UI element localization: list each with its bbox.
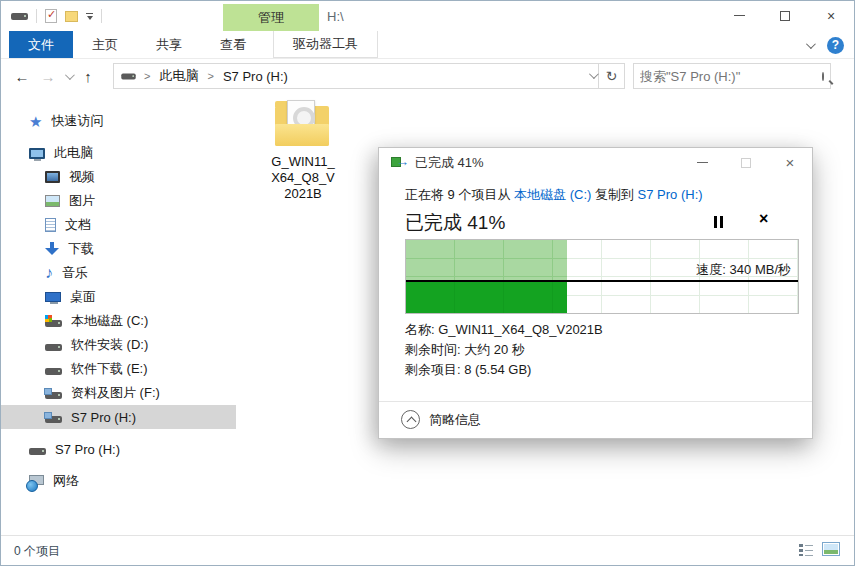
address-bar[interactable]: > 此电脑 > S7 Pro (H:) — [113, 63, 599, 89]
sidebar-item-documents[interactable]: 文档 — [1, 213, 236, 237]
usb-drive-icon — [45, 392, 62, 399]
copy-progress-dialog: 已完成 41% × 正在将 9 个项目从 本地磁盘 (C:) 复制到 S7 Pr… — [378, 147, 813, 439]
divider — [36, 9, 37, 23]
recent-locations-chevron-icon[interactable] — [61, 63, 75, 89]
sidebar-item-drive-h-root[interactable]: S7 Pro (H:) — [1, 437, 236, 461]
sidebar-item-pictures[interactable]: 图片 — [1, 189, 236, 213]
new-folder-icon[interactable] — [65, 11, 78, 22]
speed-area-fill — [406, 240, 567, 280]
back-button[interactable]: ← — [9, 63, 35, 89]
tab-drive-tools[interactable]: 驱动器工具 — [273, 31, 378, 58]
breadcrumb-current-drive[interactable]: S7 Pro (H:) — [221, 67, 290, 86]
system-drive-icon — [45, 320, 62, 327]
downloads-icon — [45, 242, 59, 256]
detail-items-remaining: 剩余项目: 8 (5.54 GB) — [405, 360, 603, 380]
documents-icon — [45, 218, 56, 232]
ribbon-collapse-chevron-icon[interactable] — [806, 39, 816, 49]
breadcrumb-separator: > — [144, 70, 150, 82]
drive-icon — [29, 448, 46, 455]
properties-check-icon[interactable]: ✓ — [45, 9, 57, 23]
folder-icon — [273, 98, 333, 150]
statusbar: 0 个项目 — [1, 535, 854, 565]
copy-icon — [391, 157, 407, 169]
quick-access-toolbar: ✓ — [1, 9, 102, 23]
divider — [379, 401, 812, 402]
minimize-button[interactable] — [716, 1, 762, 30]
up-button[interactable]: ↑ — [75, 63, 101, 89]
progress-fill — [406, 282, 567, 313]
destination-link[interactable]: S7 Pro (H:) — [638, 187, 703, 202]
source-link[interactable]: 本地磁盘 (C:) — [514, 187, 591, 202]
contextual-tab-header: 管理 — [223, 4, 319, 31]
search-input[interactable] — [634, 69, 822, 84]
breadcrumb-this-pc[interactable]: 此电脑 — [157, 65, 200, 87]
file-item[interactable]: G_WIN11_ X64_Q8_V 2021B — [260, 98, 346, 202]
transfer-details: 名称: G_WIN11_X64_Q8_V2021B 剩余时间: 大约 20 秒 … — [405, 320, 603, 380]
sidebar-item-downloads[interactable]: 下载 — [1, 237, 236, 261]
qat-customize-dropdown-icon[interactable] — [86, 13, 93, 20]
speed-label: 速度: 340 MB/秒 — [696, 261, 791, 279]
sidebar-item-drive-c[interactable]: 本地磁盘 (C:) — [1, 309, 236, 333]
drive-icon — [45, 368, 62, 375]
maximize-button[interactable] — [762, 1, 808, 30]
tab-file[interactable]: 文件 — [9, 31, 73, 58]
copy-description: 正在将 9 个项目从 本地磁盘 (C:) 复制到 S7 Pro (H:) — [405, 186, 797, 204]
dialog-minimize-button[interactable] — [680, 148, 724, 177]
network-icon — [29, 475, 44, 485]
explorer-window: ✓ 管理 H:\ × 文件 主页 共享 查看 驱动器工具 ? ← → ↑ — [0, 0, 855, 566]
address-row: ← → ↑ > 此电脑 > S7 Pro (H:) ↻ — [1, 60, 854, 92]
star-icon: ★ — [29, 114, 42, 129]
chevron-up-circle-icon[interactable] — [401, 410, 420, 429]
detail-name: 名称: G_WIN11_X64_Q8_V2021B — [405, 320, 603, 340]
sidebar-item-desktop[interactable]: 桌面 — [1, 285, 236, 309]
dialog-title: 已完成 41% — [415, 154, 484, 172]
window-title: H:\ — [327, 9, 344, 24]
forward-button[interactable]: → — [35, 63, 61, 89]
usb-drive-icon — [45, 416, 62, 423]
window-caption-buttons: × — [716, 1, 854, 30]
search-icon[interactable] — [822, 72, 824, 81]
ribbon-tab-row: 文件 主页 共享 查看 驱动器工具 ? — [1, 31, 854, 59]
sidebar-item-network[interactable]: 网络 — [1, 469, 236, 493]
speed-chart: 速度: 340 MB/秒 — [405, 239, 799, 314]
thumbnail-view-icon[interactable] — [822, 542, 840, 556]
sidebar-item-quick-access[interactable]: ★快速访问 — [1, 109, 236, 133]
sidebar-item-drive-e[interactable]: 软件下载 (E:) — [1, 357, 236, 381]
sidebar-item-drive-h-selected[interactable]: S7 Pro (H:) — [1, 405, 236, 429]
refresh-button[interactable]: ↻ — [599, 63, 625, 89]
sidebar-item-music[interactable]: ♪音乐 — [1, 261, 236, 285]
sidebar-item-videos[interactable]: 视频 — [1, 165, 236, 189]
computer-icon — [29, 148, 45, 159]
music-icon: ♪ — [45, 266, 53, 280]
progress-heading: 已完成 41% — [405, 210, 797, 236]
dialog-close-button[interactable]: × — [768, 148, 812, 177]
item-count: 0 个项目 — [14, 543, 60, 560]
sidebar-item-drive-d[interactable]: 软件安装 (D:) — [1, 333, 236, 357]
pictures-icon — [45, 195, 60, 207]
search-box[interactable] — [633, 63, 831, 89]
videos-icon — [45, 171, 60, 183]
tab-view[interactable]: 查看 — [201, 31, 265, 58]
details-view-icon[interactable] — [799, 543, 813, 556]
help-icon[interactable]: ? — [827, 37, 844, 54]
navigation-pane: ★快速访问 此电脑 视频 图片 文档 下载 ♪音乐 桌面 本地磁盘 (C:) 软… — [1, 93, 236, 535]
breadcrumb-drive-icon — [121, 73, 135, 79]
drive-icon — [45, 344, 62, 351]
tab-share[interactable]: 共享 — [137, 31, 201, 58]
sidebar-item-this-pc[interactable]: 此电脑 — [1, 141, 236, 165]
address-dropdown-chevron-icon[interactable] — [589, 67, 596, 82]
titlebar: ✓ 管理 H:\ × — [1, 1, 854, 31]
tab-home[interactable]: 主页 — [73, 31, 137, 58]
app-drive-icon — [11, 13, 28, 20]
desktop-icon — [45, 292, 61, 302]
file-label: G_WIN11_ X64_Q8_V 2021B — [260, 154, 346, 202]
fewer-details-toggle[interactable]: 简略信息 — [401, 410, 481, 429]
pause-button[interactable] — [714, 216, 723, 228]
sidebar-item-drive-f[interactable]: 资料及图片 (F:) — [1, 381, 236, 405]
dialog-body: 正在将 9 个项目从 本地磁盘 (C:) 复制到 S7 Pro (H:) 已完成… — [405, 186, 797, 236]
dialog-titlebar: 已完成 41% × — [379, 148, 812, 178]
dialog-maximize-button — [724, 148, 768, 177]
cancel-copy-button[interactable]: × — [759, 210, 768, 228]
close-button[interactable]: × — [808, 1, 854, 30]
divider — [101, 9, 102, 23]
